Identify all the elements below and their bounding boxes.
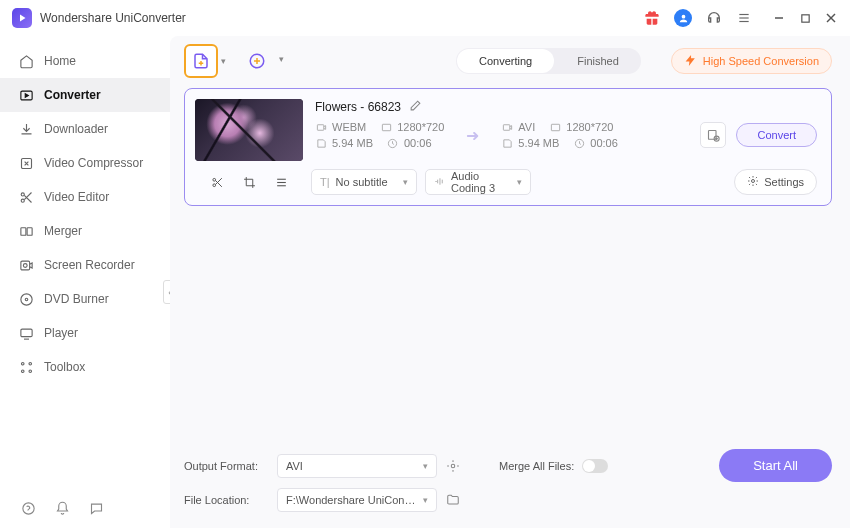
add-file-button[interactable]: ▾ [184,44,218,78]
converter-icon [18,87,34,103]
compressor-icon [18,155,34,171]
resolution-icon [380,121,392,133]
merge-toggle[interactable] [582,459,608,473]
size-icon [315,137,327,149]
download-icon [18,121,34,137]
highspeed-toggle[interactable]: High Speed Conversion [671,48,832,74]
output-settings-button[interactable] [700,122,726,148]
svg-point-21 [21,370,24,373]
app-title: Wondershare UniConverter [40,11,636,25]
format-settings-icon[interactable] [445,458,461,474]
menu-icon[interactable] [736,10,752,26]
sidebar-item-converter[interactable]: Converter [0,78,170,112]
user-icon[interactable] [674,9,692,27]
output-format-select[interactable]: AVI ▾ [277,454,437,478]
maximize-button[interactable] [798,11,812,25]
minimize-button[interactable] [772,11,786,25]
gear-icon [747,175,759,189]
toolbox-icon [18,359,34,375]
home-icon [18,53,34,69]
svg-point-39 [451,464,455,468]
status-tabs: Converting Finished [456,48,641,74]
tab-converting[interactable]: Converting [457,49,554,73]
svg-rect-26 [382,124,390,130]
svg-point-10 [21,192,24,195]
sidebar-item-label: Video Editor [44,190,109,204]
highspeed-label: High Speed Conversion [703,55,819,67]
support-icon[interactable] [706,10,722,26]
sidebar-item-label: Home [44,54,76,68]
close-button[interactable] [824,11,838,25]
src-size: 5.94 MB [332,137,373,149]
dst-format: AVI [518,121,535,133]
help-icon[interactable] [20,500,36,516]
chevron-down-icon[interactable]: ▾ [279,54,284,64]
audio-icon [434,176,445,189]
feedback-icon[interactable] [88,500,104,516]
sidebar-item-dvdburner[interactable]: DVD Burner [0,282,170,316]
arrow-icon: ➜ [466,126,479,145]
svg-point-22 [29,370,32,373]
src-format: WEBM [332,121,366,133]
list-icon[interactable] [274,175,288,189]
file-location-value: F:\Wondershare UniConverter [286,494,416,506]
rename-icon[interactable] [409,99,422,115]
sidebar-item-label: Merger [44,224,82,238]
svg-point-11 [21,199,24,202]
audio-select[interactable]: Audio Coding 3 ▾ [425,169,531,195]
sidebar-item-label: Converter [44,88,101,102]
tab-finished[interactable]: Finished [555,48,641,74]
video-icon [315,121,327,133]
subtitle-icon: T| [320,176,330,188]
open-folder-icon[interactable] [445,492,461,508]
svg-point-0 [681,14,685,18]
crop-icon[interactable] [242,175,256,189]
svg-point-38 [752,180,755,183]
sidebar-item-recorder[interactable]: Screen Recorder [0,248,170,282]
svg-point-20 [29,362,32,365]
chevron-down-icon: ▾ [423,495,428,505]
chevron-down-icon: ▾ [403,177,408,187]
bolt-icon [684,54,697,69]
sidebar-item-label: Video Compressor [44,156,143,170]
sidebar-item-label: Downloader [44,122,108,136]
file-location-label: File Location: [184,494,269,506]
file-location-select[interactable]: F:\Wondershare UniConverter ▾ [277,488,437,512]
subtitle-select[interactable]: T| No subtitle ▾ [311,169,417,195]
dst-resolution: 1280*720 [566,121,613,133]
file-settings-button[interactable]: Settings [734,169,817,195]
sidebar-item-player[interactable]: Player [0,316,170,350]
start-all-button[interactable]: Start All [719,449,832,482]
sidebar-item-toolbox[interactable]: Toolbox [0,350,170,384]
bell-icon[interactable] [54,500,70,516]
audio-value: Audio Coding 3 [451,170,511,194]
merger-icon [18,223,34,239]
sidebar-item-merger[interactable]: Merger [0,214,170,248]
file-card: Flowers - 66823 WEBM 1280*720 5.94 MB 00… [184,88,832,206]
gift-icon[interactable] [644,10,660,26]
sidebar: Home Converter Downloader Video Compress… [0,36,170,528]
convert-button[interactable]: Convert [736,123,817,147]
svg-rect-29 [551,124,559,130]
recorder-icon [18,257,34,273]
sidebar-item-downloader[interactable]: Downloader [0,112,170,146]
output-format-value: AVI [286,460,303,472]
video-thumbnail[interactable] [195,99,303,161]
svg-rect-12 [20,227,25,235]
sidebar-item-home[interactable]: Home [0,44,170,78]
add-url-button[interactable]: ▾ [240,44,274,78]
src-duration: 00:06 [404,137,432,149]
sidebar-item-compressor[interactable]: Video Compressor [0,146,170,180]
sidebar-item-label: Screen Recorder [44,258,135,272]
chevron-down-icon[interactable]: ▾ [221,56,226,66]
file-name: Flowers - 66823 [315,100,401,114]
sidebar-item-editor[interactable]: Video Editor [0,180,170,214]
src-resolution: 1280*720 [397,121,444,133]
output-format-label: Output Format: [184,460,269,472]
svg-rect-14 [20,261,29,270]
trim-icon[interactable] [210,175,224,189]
size-icon [501,137,513,149]
svg-point-34 [212,183,215,186]
player-icon [18,325,34,341]
svg-rect-13 [27,227,32,235]
